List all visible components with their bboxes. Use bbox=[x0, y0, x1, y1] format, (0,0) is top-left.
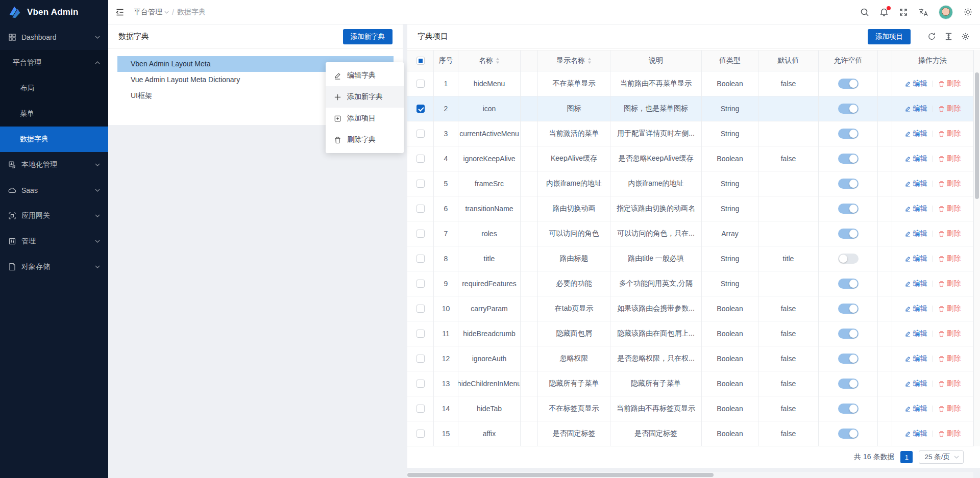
settings-gear-icon[interactable] bbox=[963, 7, 973, 17]
collapse-sidebar-icon[interactable] bbox=[115, 8, 125, 17]
edit-button[interactable]: 编辑 bbox=[904, 204, 927, 213]
allow-empty-toggle[interactable] bbox=[838, 204, 859, 214]
edit-button[interactable]: 编辑 bbox=[904, 329, 927, 338]
horizontal-scrollbar[interactable] bbox=[407, 472, 973, 478]
allow-empty-toggle[interactable] bbox=[838, 354, 859, 364]
row-checkbox[interactable] bbox=[416, 80, 425, 88]
row-checkbox-cell[interactable] bbox=[407, 146, 434, 171]
delete-button[interactable]: 删除 bbox=[938, 329, 961, 338]
allow-empty-toggle[interactable] bbox=[838, 279, 859, 289]
context-menu-add-dictionary[interactable]: 添加新字典 bbox=[326, 86, 404, 108]
allow-empty-toggle[interactable] bbox=[838, 329, 859, 339]
context-menu-add-item[interactable]: 添加项目 bbox=[326, 108, 404, 129]
delete-button[interactable]: 删除 bbox=[938, 179, 961, 188]
edit-button[interactable]: 编辑 bbox=[904, 379, 927, 388]
add-dictionary-button[interactable]: 添加新字典 bbox=[343, 29, 393, 44]
delete-button[interactable]: 删除 bbox=[938, 254, 961, 263]
row-checkbox[interactable] bbox=[416, 380, 425, 388]
edit-button[interactable]: 编辑 bbox=[904, 154, 927, 163]
context-menu-delete-dictionary[interactable]: 删除字典 bbox=[326, 129, 404, 150]
column-header-display-name[interactable]: 显示名称 bbox=[538, 50, 610, 71]
table-settings-gear-icon[interactable] bbox=[961, 32, 970, 41]
row-checkbox-cell[interactable] bbox=[407, 71, 434, 96]
row-checkbox-cell[interactable] bbox=[407, 271, 434, 296]
allow-empty-toggle[interactable] bbox=[838, 229, 859, 239]
sort-icon[interactable] bbox=[587, 58, 592, 64]
row-checkbox-cell[interactable] bbox=[407, 221, 434, 246]
delete-button[interactable]: 删除 bbox=[938, 154, 961, 163]
edit-button[interactable]: 编辑 bbox=[904, 179, 927, 188]
row-checkbox[interactable] bbox=[416, 405, 425, 413]
row-checkbox-cell[interactable] bbox=[407, 246, 434, 271]
edit-button[interactable]: 编辑 bbox=[904, 354, 927, 363]
edit-button[interactable]: 编辑 bbox=[904, 79, 927, 88]
row-checkbox-cell[interactable] bbox=[407, 421, 434, 446]
allow-empty-toggle[interactable] bbox=[838, 404, 859, 414]
sidebar-item-app-gateway[interactable]: 应用网关 bbox=[0, 203, 108, 229]
allow-empty-toggle[interactable] bbox=[838, 379, 859, 389]
select-all-checkbox[interactable] bbox=[416, 57, 425, 65]
row-checkbox-cell[interactable] bbox=[407, 346, 434, 371]
allow-empty-toggle[interactable] bbox=[838, 104, 859, 114]
app-logo[interactable]: Vben Admin bbox=[0, 0, 108, 24]
allow-empty-toggle[interactable] bbox=[838, 154, 859, 164]
add-item-button[interactable]: 添加项目 bbox=[868, 29, 911, 44]
notifications-bell-icon[interactable] bbox=[879, 8, 889, 17]
select-all-cell[interactable] bbox=[407, 50, 434, 71]
page-size-select[interactable]: 25 条/页 bbox=[919, 450, 964, 464]
sort-icon[interactable] bbox=[496, 58, 500, 64]
column-header-name[interactable]: 名称 bbox=[458, 50, 521, 71]
delete-button[interactable]: 删除 bbox=[938, 404, 961, 413]
edit-button[interactable]: 编辑 bbox=[904, 229, 927, 238]
allow-empty-toggle[interactable] bbox=[838, 429, 859, 439]
sidebar-item-dashboard[interactable]: Dashboard bbox=[0, 24, 108, 50]
delete-button[interactable]: 删除 bbox=[938, 204, 961, 213]
delete-button[interactable]: 删除 bbox=[938, 229, 961, 238]
delete-button[interactable]: 删除 bbox=[938, 79, 961, 88]
edit-button[interactable]: 编辑 bbox=[904, 104, 927, 113]
delete-button[interactable]: 删除 bbox=[938, 379, 961, 388]
edit-button[interactable]: 编辑 bbox=[904, 429, 927, 438]
breadcrumb-parent[interactable]: 平台管理 bbox=[134, 8, 169, 17]
vertical-scrollbar[interactable] bbox=[973, 50, 980, 446]
row-checkbox-cell[interactable] bbox=[407, 196, 434, 221]
edit-button[interactable]: 编辑 bbox=[904, 279, 927, 288]
delete-button[interactable]: 删除 bbox=[938, 429, 961, 438]
row-checkbox[interactable] bbox=[416, 180, 425, 188]
fullscreen-icon[interactable] bbox=[899, 8, 908, 17]
translate-icon[interactable] bbox=[918, 8, 928, 17]
row-height-icon[interactable] bbox=[944, 32, 953, 41]
row-checkbox[interactable] bbox=[416, 205, 425, 213]
allow-empty-toggle[interactable] bbox=[838, 79, 859, 89]
sidebar-item-platform-management[interactable]: 平台管理 bbox=[0, 50, 108, 76]
edit-button[interactable]: 编辑 bbox=[904, 304, 927, 313]
allow-empty-toggle[interactable] bbox=[838, 179, 859, 189]
horizontal-scrollbar-thumb[interactable] bbox=[407, 473, 714, 477]
delete-button[interactable]: 删除 bbox=[938, 354, 961, 363]
sidebar-item-localization[interactable]: 本地化管理 bbox=[0, 152, 108, 178]
edit-button[interactable]: 编辑 bbox=[904, 404, 927, 413]
sidebar-item-layout[interactable]: 布局 bbox=[0, 76, 108, 101]
delete-button[interactable]: 删除 bbox=[938, 104, 961, 113]
edit-button[interactable]: 编辑 bbox=[904, 254, 927, 263]
row-checkbox[interactable] bbox=[416, 105, 425, 113]
row-checkbox[interactable] bbox=[416, 280, 425, 288]
user-avatar[interactable] bbox=[939, 5, 953, 19]
context-menu-edit-dictionary[interactable]: 编辑字典 bbox=[326, 65, 404, 86]
allow-empty-toggle[interactable] bbox=[838, 129, 859, 139]
allow-empty-toggle[interactable] bbox=[838, 254, 859, 264]
pagination-page-1[interactable]: 1 bbox=[900, 451, 913, 463]
row-checkbox[interactable] bbox=[416, 230, 425, 238]
sidebar-item-data-dictionary[interactable]: 数据字典 bbox=[0, 127, 108, 152]
row-checkbox-cell[interactable] bbox=[407, 396, 434, 421]
sidebar-item-object-storage[interactable]: 对象存储 bbox=[0, 254, 108, 280]
row-checkbox[interactable] bbox=[416, 255, 425, 263]
search-icon[interactable] bbox=[860, 8, 869, 17]
delete-button[interactable]: 删除 bbox=[938, 304, 961, 313]
delete-button[interactable]: 删除 bbox=[938, 279, 961, 288]
row-checkbox[interactable] bbox=[416, 430, 425, 438]
row-checkbox[interactable] bbox=[416, 355, 425, 363]
row-checkbox-cell[interactable] bbox=[407, 96, 434, 121]
row-checkbox[interactable] bbox=[416, 305, 425, 313]
edit-button[interactable]: 编辑 bbox=[904, 129, 927, 138]
